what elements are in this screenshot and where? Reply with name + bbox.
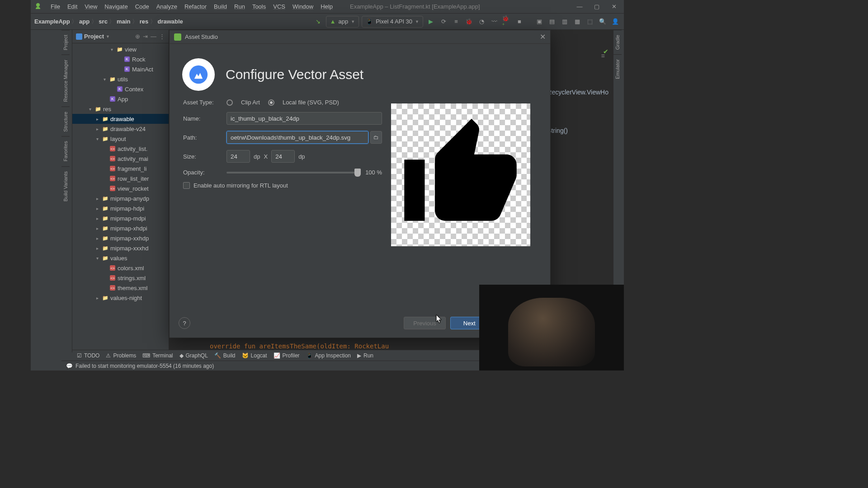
tree-item[interactable]: Contex	[72, 84, 169, 94]
radio-local-file[interactable]	[268, 99, 274, 106]
collapse-icon[interactable]: ⇥	[143, 33, 148, 40]
chevron-right-icon[interactable]: ▸	[94, 296, 100, 300]
rerun-icon[interactable]: ⟳	[439, 17, 448, 27]
tree-item[interactable]: ▸drawable-v24	[72, 124, 169, 134]
tree-item[interactable]: ▾res	[72, 104, 169, 114]
menu-refactor[interactable]: Refactor	[181, 3, 210, 10]
chevron-down-icon[interactable]: ▾	[108, 47, 115, 52]
menu-edit[interactable]: Edit	[64, 3, 81, 10]
tree-item[interactable]: ▾layout	[72, 134, 169, 144]
minimize-icon[interactable]: —	[576, 3, 583, 10]
tree-item[interactable]: fragment_li	[72, 164, 169, 174]
chevron-down-icon[interactable]: ▾	[87, 107, 93, 112]
tree-item[interactable]: activity_list.	[72, 144, 169, 154]
settings-icon[interactable]: ⋮	[159, 33, 165, 40]
target-icon[interactable]: ⊕	[135, 33, 140, 40]
tree-item[interactable]: themes.xml	[72, 283, 169, 293]
sync-icon[interactable]: ⬚	[585, 17, 595, 27]
project-tree[interactable]: ▾viewRockMainAct▾utilsContexApp▾res▸draw…	[72, 43, 169, 352]
tree-item[interactable]: ▸mipmap-anydp	[72, 193, 169, 203]
breadcrumb[interactable]: src	[99, 18, 108, 25]
menu-file[interactable]: File	[47, 3, 64, 10]
attach-debug-icon[interactable]: 🐞⁺	[502, 17, 512, 27]
breadcrumb[interactable]: app	[79, 18, 90, 25]
toolwindow-tab-app-inspection[interactable]: 📱App Inspection	[306, 352, 351, 359]
width-field[interactable]	[226, 150, 250, 163]
menu-code[interactable]: Code	[132, 3, 153, 10]
rail-tab-structure[interactable]: Structure	[61, 107, 70, 136]
tree-item[interactable]: ▾view	[72, 44, 169, 54]
close-icon[interactable]: ✕	[610, 3, 618, 10]
name-field[interactable]	[226, 112, 382, 125]
run-config-selector[interactable]: ▲ app ▼	[326, 16, 359, 28]
tree-item[interactable]: ▸mipmap-xxxhd	[72, 243, 169, 253]
chevron-down-icon[interactable]: ▾	[94, 256, 100, 261]
breadcrumb[interactable]: ExampleApp	[34, 18, 70, 25]
chevron-right-icon[interactable]: ▸	[94, 226, 100, 231]
tree-item[interactable]: activity_mai	[72, 154, 169, 164]
chevron-right-icon[interactable]: ▸	[94, 246, 100, 251]
toolwindow-tab-todo[interactable]: ☑TODO	[77, 352, 99, 359]
browse-button[interactable]: 🗀	[370, 131, 382, 144]
menu-window[interactable]: Window	[289, 3, 317, 10]
layout-inspector-icon[interactable]: ▥	[560, 17, 570, 27]
radio-clip-art[interactable]	[226, 99, 233, 106]
slider-knob-icon[interactable]	[354, 169, 361, 177]
tree-item[interactable]: ▸values-night	[72, 293, 169, 303]
sdk-manager-icon[interactable]: ▤	[547, 17, 557, 27]
opacity-slider[interactable]	[226, 172, 361, 174]
toolwindow-tab-profiler[interactable]: 📈Profiler	[274, 352, 300, 359]
breadcrumb[interactable]: res	[140, 18, 149, 25]
resource-manager-icon[interactable]: ▦	[572, 17, 582, 27]
toolwindow-tab-build[interactable]: 🔨Build	[214, 352, 236, 359]
chevron-right-icon[interactable]: ▸	[94, 206, 100, 211]
chevron-down-icon[interactable]: ▾	[94, 136, 100, 141]
tree-item[interactable]: row_list_iter	[72, 174, 169, 183]
chevron-right-icon[interactable]: ▸	[94, 196, 100, 201]
rtl-checkbox[interactable]	[183, 182, 190, 189]
menu-tools[interactable]: Tools	[249, 3, 269, 10]
tree-item[interactable]: colors.xml	[72, 263, 169, 273]
tree-item[interactable]: ▾utils	[72, 74, 169, 84]
previous-button[interactable]: Previous	[404, 317, 446, 329]
search-icon[interactable]: 🔍	[598, 17, 608, 27]
breadcrumb[interactable]: main	[117, 18, 130, 25]
profiler-icon[interactable]: 〰	[489, 17, 499, 27]
coverage-icon[interactable]: ◔	[476, 17, 486, 27]
maximize-icon[interactable]: ▢	[593, 3, 600, 10]
chevron-right-icon[interactable]: ▸	[94, 127, 100, 131]
chevron-right-icon[interactable]: ▸	[94, 216, 100, 221]
avd-manager-icon[interactable]: ▣	[534, 17, 544, 27]
close-icon[interactable]: ✕	[540, 33, 546, 41]
expand-icon[interactable]: —	[151, 33, 156, 40]
tree-item[interactable]: ▾values	[72, 253, 169, 263]
stop-icon[interactable]: ■	[514, 17, 524, 27]
rail-tab-emulator[interactable]: Emulator	[613, 54, 622, 84]
rail-tab-favorites[interactable]: Favorites	[61, 136, 70, 166]
tree-item[interactable]: Rock	[72, 54, 169, 64]
help-button[interactable]: ?	[179, 317, 190, 329]
device-selector[interactable]: 📱 Pixel 4 API 30 ▼	[362, 16, 423, 28]
tree-item[interactable]: App	[72, 94, 169, 104]
tree-item[interactable]: strings.xml	[72, 273, 169, 283]
steps-icon[interactable]: ≡	[451, 17, 461, 27]
rail-tab-gradle[interactable]: Gradle	[613, 30, 622, 54]
toolwindow-tab-run[interactable]: ▶Run	[357, 352, 373, 359]
chevron-down-icon[interactable]: ▾	[101, 77, 108, 82]
path-field[interactable]	[226, 131, 368, 144]
tree-item[interactable]: view_rocket	[72, 183, 169, 193]
rail-tab-project[interactable]: Project	[61, 30, 70, 55]
hammer-icon[interactable]: ↘	[313, 17, 323, 27]
tree-item[interactable]: ▸mipmap-xhdpi	[72, 223, 169, 233]
height-field[interactable]	[271, 150, 295, 163]
chevron-right-icon[interactable]: ▸	[94, 117, 100, 122]
menu-analyze[interactable]: Analyze	[153, 3, 181, 10]
tree-item[interactable]: ▸mipmap-mdpi	[72, 213, 169, 223]
menu-run[interactable]: Run	[231, 3, 249, 10]
project-view-selector[interactable]: Project	[84, 33, 104, 40]
debug-icon[interactable]: 🐞	[464, 17, 474, 27]
tree-item[interactable]: ▸mipmap-hdpi	[72, 203, 169, 213]
menu-view[interactable]: View	[81, 3, 101, 10]
tree-item[interactable]: ▸drawable	[72, 114, 169, 124]
rail-tab-resource-manager[interactable]: Resource Manager	[61, 55, 70, 107]
